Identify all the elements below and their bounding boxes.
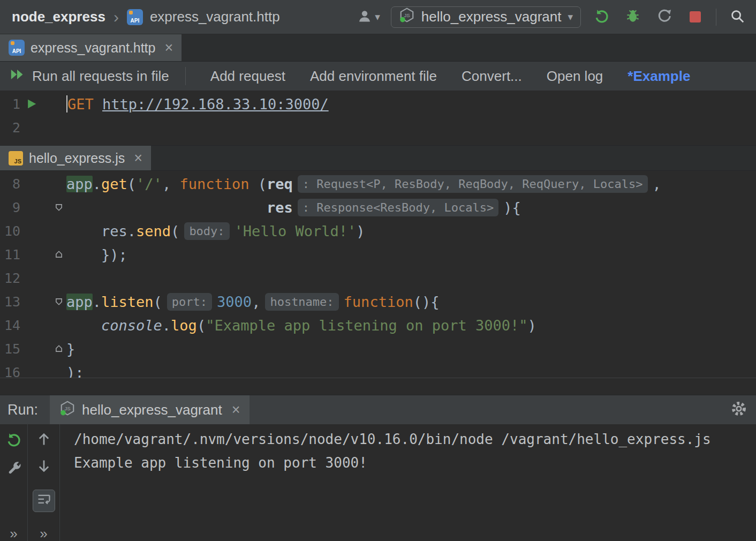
code-token: ( bbox=[258, 176, 267, 192]
line-number: 12 bbox=[0, 270, 20, 286]
code-token: ( bbox=[127, 176, 136, 192]
more-actions-chevrons[interactable]: » bbox=[28, 525, 59, 541]
code-text[interactable]: console.log("Example app listening on po… bbox=[66, 317, 756, 334]
code-text[interactable]: app.listen(port:3000,hostname:function()… bbox=[66, 293, 756, 311]
run-config-selector[interactable]: JS hello_express_vagrant ▾ bbox=[391, 6, 581, 28]
stop-button[interactable] bbox=[685, 7, 705, 27]
http-file-editor[interactable]: 1GET http://192.168.33.10:3000/2 bbox=[0, 91, 756, 145]
code-token: res bbox=[101, 223, 127, 239]
profiler-button[interactable] bbox=[654, 7, 674, 27]
editor-tabbar-js: JS hello_express.js × bbox=[0, 145, 756, 171]
run-line-button[interactable] bbox=[26, 97, 42, 110]
code-token: app bbox=[66, 176, 93, 192]
run-all-requests-button[interactable]: Run all requests in file bbox=[10, 67, 185, 85]
chevron-down-icon: ▾ bbox=[568, 11, 573, 23]
chevron-down-icon: ▾ bbox=[375, 11, 380, 23]
code-token: function bbox=[179, 176, 258, 192]
fold-end-icon[interactable] bbox=[52, 250, 65, 259]
code-line[interactable]: 9 res: Response<ResBody, Locals>){ bbox=[0, 196, 756, 219]
line-number: 1 bbox=[0, 96, 20, 112]
gutter: 1 bbox=[0, 96, 66, 112]
breadcrumb-file[interactable]: express_vagrant.http bbox=[150, 9, 280, 25]
arrow-up-icon[interactable] bbox=[36, 432, 51, 449]
code-line[interactable]: 11 }); bbox=[0, 243, 756, 266]
rerun-button[interactable] bbox=[592, 7, 612, 27]
tab-express-vagrant-http[interactable]: API express_vagrant.http × bbox=[0, 34, 182, 61]
code-line[interactable]: 2 bbox=[0, 116, 756, 139]
code-token: '/' bbox=[136, 176, 162, 192]
gutter: 16 bbox=[0, 365, 66, 378]
code-token: send bbox=[136, 223, 171, 239]
close-icon[interactable]: × bbox=[134, 150, 142, 167]
run-config-label: hello_express_vagrant bbox=[421, 9, 562, 25]
code-line[interactable]: 15} bbox=[0, 337, 756, 360]
rerun-button[interactable] bbox=[6, 432, 22, 450]
environment-selector[interactable]: *Example bbox=[628, 68, 690, 85]
code-text[interactable]: res.send(body:'Hello World!') bbox=[66, 222, 756, 240]
more-actions-chevrons[interactable]: » bbox=[0, 525, 27, 541]
code-token: body: bbox=[184, 222, 229, 240]
line-number: 14 bbox=[0, 318, 20, 333]
gutter: 12 bbox=[0, 270, 66, 286]
debug-button[interactable] bbox=[623, 7, 643, 27]
run-console: » » /home/vagrant/.nvm/versions/node/v10… bbox=[0, 424, 756, 541]
code-text[interactable]: ); bbox=[66, 364, 756, 378]
api-file-icon-label: API bbox=[131, 18, 140, 24]
run-settings-button[interactable] bbox=[730, 400, 747, 419]
code-text[interactable]: res: Response<ResBody, Locals>){ bbox=[66, 199, 756, 216]
add-environment-file-button[interactable]: Add environment file bbox=[310, 68, 437, 85]
close-icon[interactable]: × bbox=[232, 402, 240, 418]
search-icon bbox=[729, 8, 745, 26]
gutter: 8 bbox=[0, 176, 66, 192]
open-log-button[interactable]: Open log bbox=[547, 68, 603, 85]
fold-end-icon[interactable] bbox=[52, 344, 65, 353]
http-request-toolbar: Run all requests in file Add request Add… bbox=[0, 62, 756, 91]
code-line[interactable]: 8app.get('/', function (req: Request<P, … bbox=[0, 172, 756, 196]
run-all-label: Run all requests in file bbox=[32, 68, 169, 85]
run-panel-title: Run: bbox=[7, 402, 38, 418]
code-token: "Example app listening on port 3000!" bbox=[206, 317, 527, 334]
code-token: 3000 bbox=[217, 294, 252, 310]
fold-start-icon[interactable] bbox=[52, 203, 65, 212]
wrench-icon[interactable] bbox=[6, 460, 22, 478]
code-token: GET bbox=[67, 96, 102, 112]
nodejs-icon-label: JS bbox=[404, 12, 410, 18]
console-toolbar-secondary: » bbox=[28, 424, 60, 541]
line-number: 8 bbox=[0, 176, 20, 192]
tab-label: express_vagrant.http bbox=[31, 40, 155, 56]
line-number: 10 bbox=[0, 223, 20, 239]
breadcrumb-chevron-icon: › bbox=[112, 8, 120, 26]
code-token: listen bbox=[101, 294, 154, 310]
convert-button[interactable]: Convert... bbox=[462, 68, 522, 85]
editor-runpanel-splitter[interactable] bbox=[0, 378, 756, 395]
code-line[interactable]: 16); bbox=[0, 360, 756, 378]
code-text[interactable]: } bbox=[66, 341, 756, 357]
soft-wrap-toggle[interactable] bbox=[33, 490, 55, 512]
code-text[interactable]: GET http://192.168.33.10:3000/ bbox=[66, 95, 756, 112]
run-console-output[interactable]: /home/vagrant/.nvm/versions/node/v10.16.… bbox=[60, 424, 756, 541]
close-icon[interactable]: × bbox=[164, 40, 173, 56]
run-tab-label: hello_express_vagrant bbox=[82, 402, 222, 418]
main-toolbar: node_express › API express_vagrant.http … bbox=[0, 0, 756, 34]
code-text[interactable]: }); bbox=[66, 246, 756, 263]
nodejs-icon-label: JS bbox=[64, 405, 70, 411]
code-token: . bbox=[93, 176, 101, 192]
js-file-editor[interactable]: 8app.get('/', function (req: Request<P, … bbox=[0, 171, 756, 378]
add-request-button[interactable]: Add request bbox=[210, 68, 285, 85]
code-line[interactable]: 13app.listen(port:3000,hostname:function… bbox=[0, 290, 756, 313]
fold-start-icon[interactable] bbox=[52, 297, 65, 306]
code-line[interactable]: 14 console.log("Example app listening on… bbox=[0, 313, 756, 337]
gutter: 2 bbox=[0, 120, 66, 136]
breadcrumb-project[interactable]: node_express bbox=[12, 9, 105, 25]
search-everywhere-button[interactable] bbox=[727, 7, 747, 27]
code-line[interactable]: 1GET http://192.168.33.10:3000/ bbox=[0, 92, 756, 116]
tab-hello-express-js[interactable]: JS hello_express.js × bbox=[0, 146, 151, 170]
editor-tabbar-http: API express_vagrant.http × bbox=[0, 34, 756, 62]
code-line[interactable]: 12 bbox=[0, 266, 756, 290]
code-text[interactable]: app.get('/', function (req: Request<P, R… bbox=[66, 175, 756, 193]
code-line[interactable]: 10 res.send(body:'Hello World!') bbox=[0, 219, 756, 243]
run-tab-hello-express-vagrant[interactable]: JS hello_express_vagrant × bbox=[50, 395, 250, 424]
user-button[interactable]: ▾ bbox=[357, 9, 380, 26]
arrow-down-icon[interactable] bbox=[36, 459, 51, 476]
code-token: , bbox=[162, 176, 180, 192]
